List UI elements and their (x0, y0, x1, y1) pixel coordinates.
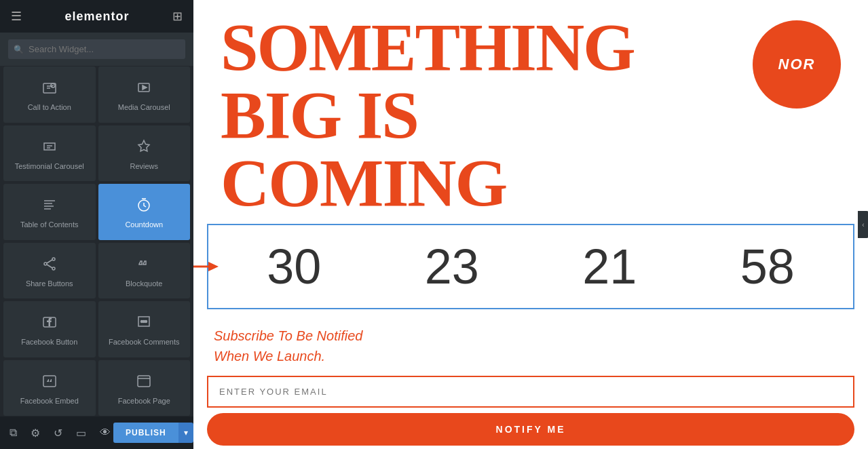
widget-item-testimonial-carousel[interactable]: Testimonial Carousel (3, 125, 96, 182)
countdown-section: 30 23 21 58 (207, 224, 854, 309)
circle-text: NOR (778, 56, 816, 73)
widget-label-facebook-page: Facebook Page (118, 396, 170, 406)
widget-item-facebook-comments[interactable]: Facebook Comments (98, 301, 191, 357)
eye-icon[interactable]: 👁 (97, 424, 113, 442)
widget-label-blockquote: Blockquote (126, 279, 162, 288)
reviews-icon (136, 138, 152, 157)
svg-point-5 (44, 262, 47, 265)
facebook-comments-icon (136, 314, 152, 333)
widget-label-testimonial-carousel: Testimonial Carousel (15, 161, 84, 171)
collapse-handle[interactable]: ‹ (858, 211, 868, 238)
notify-button[interactable]: NOTIFY ME (207, 413, 854, 446)
email-input-wrap (207, 376, 854, 408)
main-content: SOMETHING BIG IS COMING NOR 30 23 21 58 (193, 0, 868, 449)
email-input[interactable] (208, 377, 853, 406)
svg-point-10 (145, 321, 147, 323)
page-canvas: SOMETHING BIG IS COMING NOR 30 23 21 58 (193, 0, 868, 449)
orange-circle: NOR (753, 20, 841, 109)
publish-btn-wrap: PUBLISH ▾ (113, 423, 193, 443)
countdown-numbers: 30 23 21 58 (215, 239, 846, 294)
widget-label-reviews: Reviews (130, 161, 158, 171)
app-title: elementor (64, 9, 129, 24)
bottom-icons: ⧉ ⚙ ↺ ▭ 👁 (7, 424, 113, 442)
search-bar (0, 33, 193, 66)
svg-rect-12 (138, 376, 150, 387)
widget-item-facebook-button[interactable]: Facebook Button (3, 301, 96, 357)
search-wrapper (8, 39, 185, 59)
widget-label-countdown: Countdown (125, 220, 163, 229)
share-buttons-icon (41, 256, 58, 275)
widget-item-table-of-contents[interactable]: Table of Contents (3, 184, 96, 240)
svg-rect-11 (43, 376, 56, 387)
sidebar-header: ☰ elementor ⊞ (0, 0, 193, 33)
facebook-embed-icon (41, 373, 58, 392)
widget-item-blockquote[interactable]: Blockquote (98, 243, 191, 299)
media-carousel-icon (136, 79, 152, 98)
widget-item-facebook-embed[interactable]: Facebook Embed (3, 360, 96, 416)
countdown-icon (136, 197, 152, 216)
hamburger-icon[interactable]: ☰ (11, 9, 22, 24)
widget-label-facebook-embed: Facebook Embed (20, 396, 79, 406)
widget-item-call-to-action[interactable]: Call to Action (3, 66, 96, 123)
heading-line3: COMING (221, 149, 841, 217)
bottom-bar: ⧉ ⚙ ↺ ▭ 👁 PUBLISH ▾ (0, 416, 193, 449)
countdown-days: 30 (267, 239, 321, 294)
search-input[interactable] (8, 39, 185, 59)
subscribe-text: Subscribe To Be NotifiedWhen We Launch. (193, 316, 868, 370)
testimonial-carousel-icon (41, 138, 58, 157)
facebook-page-icon (136, 373, 152, 392)
countdown-minutes: 21 (582, 239, 637, 294)
widget-item-reviews[interactable]: Reviews (98, 125, 191, 182)
widget-item-countdown[interactable]: Countdown (98, 184, 191, 240)
layers-icon[interactable]: ⧉ (7, 424, 20, 442)
widget-label-call-to-action: Call to Action (28, 102, 71, 112)
widget-label-table-of-contents: Table of Contents (20, 220, 79, 229)
blockquote-icon (136, 256, 152, 275)
publish-dropdown-button[interactable]: ▾ (178, 423, 193, 443)
svg-point-6 (52, 267, 55, 270)
facebook-button-icon (41, 314, 58, 333)
call-to-action-icon (41, 79, 58, 98)
grid-icon[interactable]: ⊞ (172, 9, 183, 24)
table-of-contents-icon (41, 197, 58, 216)
widget-item-facebook-page[interactable]: Facebook Page (98, 360, 191, 416)
settings-icon[interactable]: ⚙ (28, 424, 43, 442)
widget-label-facebook-button: Facebook Button (21, 337, 77, 347)
publish-button[interactable]: PUBLISH (113, 423, 178, 443)
responsive-icon[interactable]: ▭ (73, 424, 89, 442)
widget-label-share-buttons: Share Buttons (26, 279, 73, 288)
history-icon[interactable]: ↺ (51, 424, 65, 442)
widget-item-share-buttons[interactable]: Share Buttons (3, 243, 96, 299)
countdown-hours: 23 (425, 239, 479, 294)
svg-point-4 (52, 258, 55, 260)
sidebar: ☰ elementor ⊞ Call to ActionMedia Carous… (0, 0, 193, 449)
heading-line2: BIG IS (221, 81, 841, 149)
widget-grid: Call to ActionMedia CarouselTestimonial … (0, 66, 193, 416)
widget-label-facebook-comments: Facebook Comments (109, 337, 180, 347)
widget-label-media-carousel: Media Carousel (118, 102, 170, 112)
countdown-seconds: 58 (740, 239, 795, 294)
widget-item-media-carousel[interactable]: Media Carousel (98, 66, 191, 123)
heading-line1: SOMETHING (221, 14, 841, 81)
